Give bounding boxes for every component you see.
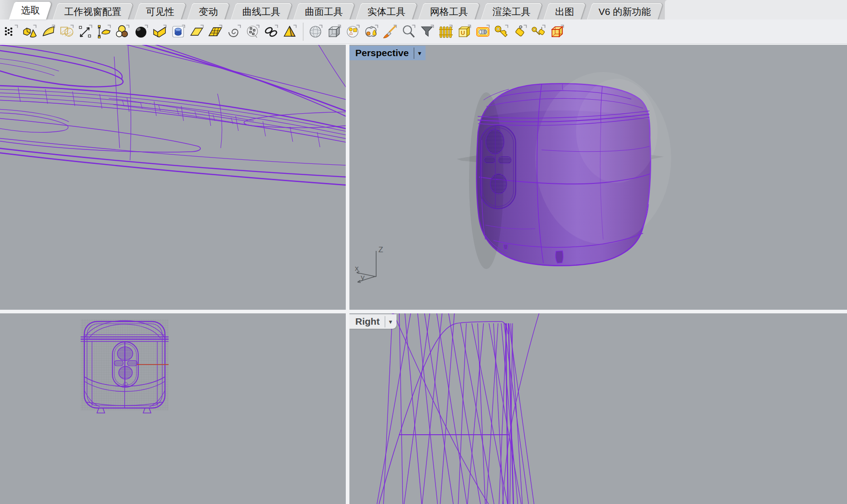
tab-5[interactable]: 曲面工具 — [293, 3, 355, 19]
viewport-title-right[interactable]: Right ▼ — [349, 314, 397, 329]
tab-label: 变动 — [199, 5, 218, 18]
tab-label: 出图 — [555, 5, 574, 18]
mesh-plane-icon[interactable] — [207, 23, 224, 41]
pyramid-icon[interactable] — [281, 23, 298, 41]
box-cone-icon[interactable] — [21, 23, 38, 41]
move-arrows-icon[interactable] — [77, 23, 94, 41]
tab-2[interactable]: 可见性 — [134, 3, 186, 19]
viewport-top-left[interactable] — [0, 45, 346, 310]
curved-surface-icon[interactable] — [39, 23, 57, 41]
axis-z-label: Z — [378, 245, 383, 254]
viewport-area: Z x y Perspective ▼ — [0, 44, 847, 504]
tab-label: V6 的新功能 — [599, 5, 651, 18]
axis-gnomon — [357, 251, 376, 283]
filter-funnel-icon[interactable] — [418, 23, 436, 41]
toolbar-tab-bar: 选取工作视窗配置可见性变动曲线工具曲面工具实体工具网格工具渲染工具出图V6 的新… — [0, 0, 847, 19]
control-panel — [480, 125, 516, 209]
main-toolbar: U — [0, 19, 847, 44]
chain-links-icon[interactable] — [262, 23, 280, 41]
point-cloud-icon[interactable] — [244, 23, 261, 41]
viewport-title-label[interactable]: Right — [355, 316, 380, 327]
zoom-magnifier-icon[interactable] — [400, 23, 417, 41]
tab-label: 曲面工具 — [305, 5, 343, 18]
layer-balls-icon[interactable] — [114, 23, 131, 41]
tab-4[interactable]: 曲线工具 — [231, 3, 292, 19]
svg-text:U: U — [461, 29, 465, 36]
tab-label: 网格工具 — [430, 5, 468, 18]
chevron-down-icon[interactable]: ▼ — [417, 50, 422, 56]
chevron-down-icon[interactable]: ▼ — [388, 318, 393, 325]
axis-x-label: x — [355, 264, 359, 273]
axis-y-label: y — [361, 273, 365, 282]
tab-10[interactable]: V6 的新功能 — [587, 3, 663, 19]
viewport-perspective[interactable]: Z x y Perspective ▼ — [349, 45, 847, 310]
paintbrush-icon[interactable] — [381, 23, 398, 41]
wireframe-right-view — [349, 313, 847, 504]
title-separator — [414, 48, 414, 59]
folded-surface-icon[interactable] — [151, 23, 168, 41]
tab-label: 选取 — [21, 4, 40, 17]
tab-1[interactable]: 工作视窗配置 — [53, 3, 133, 19]
points-grid-icon[interactable] — [2, 23, 19, 41]
u-box-icon[interactable]: U — [455, 23, 473, 41]
tab-label: 曲线工具 — [242, 5, 281, 18]
transparent-cube-icon[interactable] — [548, 23, 566, 41]
tab-6[interactable]: 实体工具 — [356, 3, 417, 19]
tab-label: 工作视窗配置 — [64, 5, 121, 18]
dimension-hand-icon[interactable] — [95, 23, 112, 41]
hatch-shapes-icon[interactable] — [58, 23, 75, 41]
tab-8[interactable]: 渲染工具 — [481, 3, 542, 19]
key-icon[interactable] — [493, 23, 510, 41]
tab-label: 渲染工具 — [493, 5, 531, 18]
wireframe-curves-top-left — [0, 45, 346, 310]
title-separator — [385, 316, 385, 327]
shaded-model-perspective: Z x y — [349, 45, 847, 310]
select-lasso-icon[interactable] — [363, 23, 380, 41]
shaded-sphere-icon[interactable] — [307, 23, 324, 41]
viewport-right[interactable]: Right ▼ — [349, 313, 847, 504]
rect-plane-icon[interactable] — [188, 23, 205, 41]
wireframe-cube-icon[interactable] — [325, 23, 343, 41]
blue-cylinder-box-icon[interactable] — [169, 23, 187, 41]
fence-select-icon[interactable] — [437, 23, 454, 41]
viewport-title-perspective[interactable]: Perspective ▼ — [349, 46, 426, 60]
black-sphere-icon[interactable] — [132, 23, 150, 41]
frame-cylinder-icon[interactable] — [474, 23, 491, 41]
rhino-window: 选取工作视窗配置可见性变动曲线工具曲面工具实体工具网格工具渲染工具出图V6 的新… — [0, 0, 847, 504]
tab-label: 实体工具 — [368, 5, 406, 18]
tab-0[interactable]: 选取 — [9, 2, 52, 19]
wireframe-front-view — [0, 313, 346, 504]
axis-labels: Z x y — [355, 245, 383, 282]
tag-hook-icon[interactable] — [511, 23, 528, 41]
tabbar-filler — [665, 0, 847, 19]
spiral-curve-icon[interactable] — [225, 23, 242, 41]
select-by-type-icon[interactable] — [344, 23, 361, 41]
viewport-title-label[interactable]: Perspective — [355, 48, 409, 58]
tab-label: 可见性 — [146, 5, 174, 18]
toolbar-separator — [303, 23, 304, 41]
viewport-front[interactable] — [0, 313, 346, 504]
tab-9[interactable]: 出图 — [543, 3, 586, 19]
tab-3[interactable]: 变动 — [187, 3, 230, 19]
tab-7[interactable]: 网格工具 — [418, 3, 480, 19]
key-tag-icon[interactable] — [530, 23, 547, 41]
